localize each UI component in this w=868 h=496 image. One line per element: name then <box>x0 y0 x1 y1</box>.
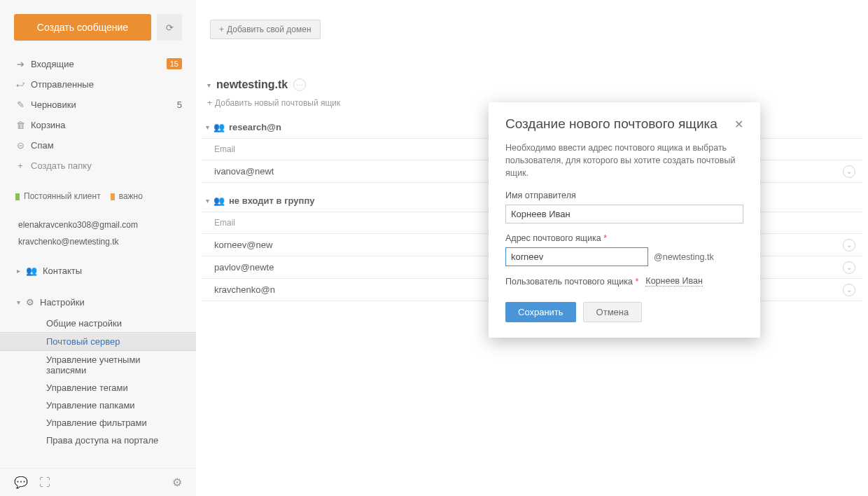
account-list: elenakravcenko308@gmail.com kravchenko@n… <box>0 214 196 259</box>
arrow-left-icon: ⮐ <box>15 79 25 90</box>
settings-item-filters[interactable]: Управление фильтрами <box>0 414 196 432</box>
modal-title: Создание нового почтового ящика <box>505 116 718 132</box>
cancel-button[interactable]: Отмена <box>583 302 643 322</box>
user-label: Пользователь почтового ящика * <box>505 277 638 287</box>
sender-name-label: Имя отправителя <box>505 191 743 200</box>
people-icon: 👥 <box>214 195 225 206</box>
account-item[interactable]: kravchenko@newtesting.tk <box>0 233 196 250</box>
sender-name-input[interactable] <box>505 205 743 223</box>
row-menu-icon[interactable]: ⌄ <box>843 239 855 252</box>
plus-icon: + <box>207 98 212 108</box>
plus-icon: + <box>15 160 25 171</box>
plus-icon: + <box>219 25 224 34</box>
group-label: research@n <box>229 122 281 132</box>
sidebar-item-label: Спам <box>31 140 54 151</box>
section-settings[interactable]: ▾ ⚙ Настройки <box>0 290 196 315</box>
chevron-down-icon: ▾ <box>206 197 209 205</box>
arrow-right-icon: ➔ <box>15 59 25 69</box>
sidebar-item-label: Корзина <box>31 120 66 130</box>
sidebar-item-label: Входящие <box>31 59 74 69</box>
sidebar-item-label: Отправленные <box>31 79 94 90</box>
inbox-badge: 15 <box>167 58 182 69</box>
compose-button[interactable]: Создать сообщение <box>14 14 151 41</box>
main-content: +Добавить свой домен ▾ newtesting.tk ⋯ +… <box>196 0 868 496</box>
settings-item-general[interactable]: Общие настройки <box>0 315 196 332</box>
section-label: Контакты <box>43 266 82 276</box>
sidebar-item-drafts[interactable]: ✎ Черновики 5 <box>0 95 196 115</box>
tag-list: Постоянный клиент важно <box>0 183 196 214</box>
sidebar: Создать сообщение ⟳ ➔ Входящие 15 ⮐ Отпр… <box>0 0 196 496</box>
expand-icon[interactable]: ⛶ <box>39 476 50 489</box>
chevron-down-icon: ▾ <box>206 123 209 131</box>
add-domain-button[interactable]: +Добавить свой домен <box>210 20 321 39</box>
modal-intro: Необходимо ввести адрес почтового ящика … <box>489 140 760 191</box>
domain-row[interactable]: ▾ newtesting.tk ⋯ <box>202 45 862 95</box>
refresh-icon: ⟳ <box>166 22 174 33</box>
cell-email: ivanova@newt <box>202 160 503 182</box>
sidebar-item-trash[interactable]: 🗑 Корзина <box>0 115 196 135</box>
address-input[interactable] <box>505 247 648 266</box>
sidebar-item-label: Черновики <box>31 99 76 110</box>
cell-email: kravchenko@n <box>202 279 503 301</box>
folder-nav: ➔ Входящие 15 ⮐ Отправленные ✎ Черновики… <box>0 46 196 183</box>
tag-important[interactable]: важно <box>111 191 143 201</box>
create-mailbox-modal: Создание нового почтового ящика ✕ Необхо… <box>489 102 760 338</box>
chevron-down-icon: ▾ <box>17 298 20 306</box>
drafts-count: 5 <box>177 99 182 110</box>
domain-settings-icon[interactable]: ⋯ <box>293 78 306 91</box>
section-label: Настройки <box>40 297 85 308</box>
people-icon: 👥 <box>26 266 37 276</box>
account-item[interactable]: elenakravcenko308@gmail.com <box>0 216 196 233</box>
tag-permanent[interactable]: Постоянный клиент <box>15 191 101 201</box>
sidebar-item-label: Создать папку <box>31 160 92 171</box>
people-icon: 👥 <box>214 122 225 132</box>
group-label: не входит в группу <box>229 195 315 206</box>
settings-subnav: Общие настройки Почтовый сервер Управлен… <box>0 315 196 449</box>
row-menu-icon[interactable]: ⌄ <box>843 284 855 296</box>
settings-item-tags[interactable]: Управление тегами <box>0 379 196 397</box>
sidebar-item-inbox[interactable]: ➔ Входящие 15 <box>0 53 196 74</box>
user-select-link[interactable]: Корнеев Иван <box>645 276 702 287</box>
sidebar-item-sent[interactable]: ⮐ Отправленные <box>0 74 196 95</box>
gear-icon: ⚙ <box>26 297 34 308</box>
row-menu-icon[interactable]: ⌄ <box>843 261 855 274</box>
close-icon[interactable]: ✕ <box>734 118 743 131</box>
spam-icon: ⊝ <box>15 140 25 151</box>
trash-icon: 🗑 <box>15 120 25 130</box>
col-email: Email <box>202 212 503 233</box>
col-email: Email <box>202 139 503 160</box>
sidebar-item-spam[interactable]: ⊝ Спам <box>0 135 196 156</box>
save-button[interactable]: Сохранить <box>505 302 576 322</box>
sidebar-item-create-folder[interactable]: + Создать папку <box>0 156 196 176</box>
account-email: kravchenko@newtesting.tk <box>18 237 119 247</box>
settings-item-folders[interactable]: Управление папками <box>0 397 196 414</box>
chat-icon[interactable]: 💬 <box>14 476 28 489</box>
account-email: elenakravcenko308@gmail.com <box>18 220 138 230</box>
cell-email: korneev@new <box>202 234 503 256</box>
settings-item-portal[interactable]: Права доступа на портале <box>0 432 196 449</box>
cell-email: pavlov@newte <box>202 256 503 278</box>
chevron-down-icon: ▾ <box>207 81 211 89</box>
address-label: Адрес почтового ящика * <box>505 233 743 243</box>
chevron-right-icon: ▸ <box>17 267 20 275</box>
refresh-button[interactable]: ⟳ <box>157 14 182 41</box>
address-suffix: @newtesting.tk <box>654 252 714 262</box>
row-menu-icon[interactable]: ⌄ <box>843 165 855 178</box>
gear-icon[interactable]: ⚙ <box>172 476 182 489</box>
settings-item-mailserver[interactable]: Почтовый сервер <box>0 332 196 351</box>
sidebar-bottom-toolbar: 💬 ⛶ ⚙ <box>0 468 196 496</box>
settings-item-accounts[interactable]: Управление учетными записями <box>0 351 196 379</box>
edit-icon: ✎ <box>15 99 25 110</box>
domain-name: newtesting.tk <box>216 78 288 91</box>
section-contacts[interactable]: ▸ 👥 Контакты <box>0 259 196 283</box>
